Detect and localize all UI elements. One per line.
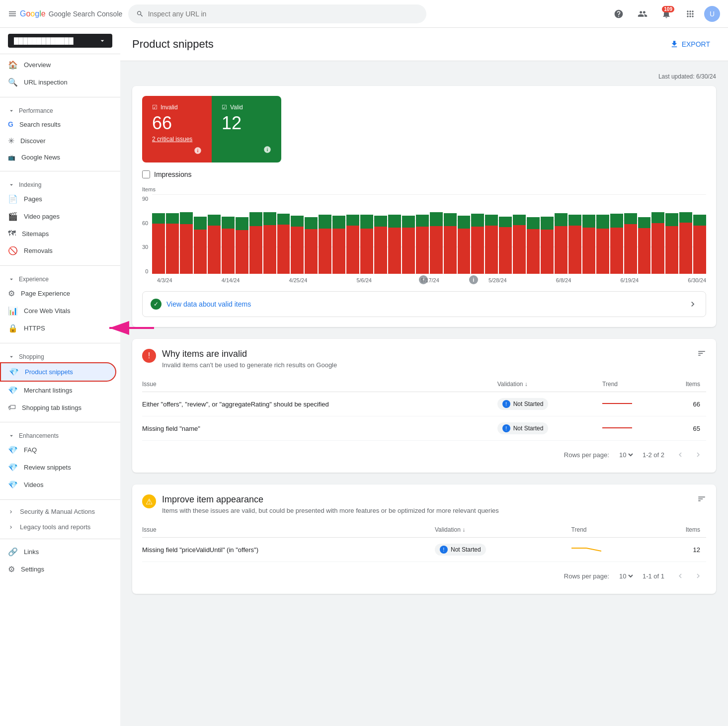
chart-bar-group: [430, 194, 443, 274]
shopping-section-header[interactable]: Shopping: [0, 349, 120, 362]
chevron-down-icon5: [8, 432, 15, 439]
rows-per-page-select[interactable]: 10: [617, 451, 635, 459]
sidebar-item-sitemaps[interactable]: 🗺 Sitemaps: [0, 225, 116, 242]
chart-bar-valid: [388, 215, 401, 228]
chart-bar-group: [582, 194, 595, 274]
sidebar-item-links[interactable]: 🔗 Links: [0, 543, 116, 561]
people-icon[interactable]: [633, 4, 652, 24]
sidebar-item-merchant-listings[interactable]: 💎 Merchant listings: [0, 382, 116, 399]
chart-bar-group: [360, 194, 373, 274]
indexing-section-header[interactable]: Indexing: [0, 177, 120, 190]
impressions-input[interactable]: [142, 170, 150, 178]
improve-issue1-name: Missing field "priceValidUntil" (in "off…: [142, 538, 435, 562]
sidebar-item-core-web-vitals[interactable]: 📊 Core Web Vitals: [0, 302, 116, 320]
removals-label: Removals: [24, 247, 53, 254]
sidebar-item-google-news[interactable]: 📺 Google News: [0, 150, 116, 165]
sidebar-item-shopping-tab[interactable]: 🏷 Shopping tab listings: [0, 399, 116, 416]
improve-prev-button[interactable]: [672, 568, 688, 584]
invalid-issues[interactable]: 2 critical issues: [152, 136, 202, 143]
valid-box[interactable]: ☑ Valid 12: [212, 96, 281, 162]
notifications-icon[interactable]: 109: [656, 4, 676, 24]
filter-icon[interactable]: [697, 349, 706, 360]
chart-bar-invalid: [374, 227, 387, 274]
status-card: ☑ Invalid 66 2 critical issues ☑ Valid: [132, 86, 716, 327]
improve-trend-col: Trend: [571, 522, 657, 538]
chart-bar-invalid: [679, 223, 692, 274]
property-selector[interactable]: █████████████: [0, 28, 120, 54]
sidebar-item-page-experience[interactable]: ⚙ Page Experience: [0, 285, 116, 302]
improve-rows-per-page-select[interactable]: 10: [617, 572, 635, 580]
google-news-label: Google News: [21, 154, 60, 161]
chart-bar-group: [236, 194, 248, 274]
next-page-button[interactable]: [690, 447, 706, 463]
chart-bar-invalid: [346, 226, 359, 274]
chart-bar-group: [638, 194, 651, 274]
sidebar-item-faq[interactable]: 💎 FAQ: [0, 441, 116, 459]
sidebar-item-legacy[interactable]: Legacy tools and reports: [0, 519, 116, 535]
table-row[interactable]: Missing field "name" ! Not Started: [142, 416, 706, 441]
help-icon[interactable]: [609, 4, 629, 24]
sidebar-item-product-snippets[interactable]: 💎 Product snippets: [0, 362, 116, 382]
sidebar-item-settings[interactable]: ⚙ Settings: [0, 561, 116, 578]
sidebar-item-search-results[interactable]: G Search results: [0, 116, 116, 132]
sidebar-item-security[interactable]: Security & Manual Actions: [0, 504, 116, 519]
chart-bar-invalid: [305, 229, 318, 274]
chart-bar-group: [346, 194, 359, 274]
sidebar-item-discover[interactable]: ✳ Discover: [0, 132, 116, 150]
validation-col-header[interactable]: Validation ↓: [497, 377, 602, 392]
filter-icon-2[interactable]: [697, 494, 706, 506]
property-dropdown[interactable]: █████████████: [8, 34, 112, 48]
notification-count: 109: [662, 6, 674, 12]
search-bar[interactable]: [128, 4, 426, 23]
divider-3: [0, 265, 120, 266]
table-row[interactable]: Missing field "priceValidUntil" (in "off…: [142, 538, 706, 562]
invalid-box[interactable]: ☑ Invalid 66 2 critical issues: [142, 96, 212, 162]
improve-issue1-items: 12: [657, 538, 706, 562]
hamburger-icon[interactable]: [8, 9, 17, 18]
chart-bar-invalid: [249, 226, 262, 274]
prev-page-button[interactable]: [672, 447, 688, 463]
enhancements-section-header[interactable]: Enhancements: [0, 428, 120, 441]
sidebar-item-overview[interactable]: 🏠 Overview: [0, 56, 116, 74]
sidebar-item-url-inspection[interactable]: 🔍 URL inspection: [0, 74, 116, 91]
experience-section-header[interactable]: Experience: [0, 272, 120, 285]
chart-bar-valid: [499, 217, 512, 227]
view-valid-items-button[interactable]: ✓ View data about valid items: [142, 291, 706, 317]
sidebar-item-https[interactable]: 🔒 HTTPS: [0, 320, 116, 337]
content-area: Product snippets EXPORT Last updated: 6/…: [120, 28, 728, 726]
enhancements-label: Enhancements: [19, 432, 59, 439]
table-row[interactable]: Either "offers", "review", or "aggregate…: [142, 392, 706, 416]
avatar[interactable]: U: [704, 6, 720, 22]
sidebar-item-review-snippets[interactable]: 💎 Review snippets: [0, 459, 116, 476]
chart-bar-group: [166, 194, 179, 274]
export-button[interactable]: EXPORT: [664, 36, 716, 53]
sidebar-section-performance: Performance G Search results ✳ Discover …: [0, 101, 120, 167]
improve-validation-col[interactable]: Validation ↓: [435, 522, 571, 538]
chart-bar-valid: [624, 213, 637, 224]
badge-icon-1: !: [502, 400, 510, 408]
search-input[interactable]: [148, 10, 419, 18]
sidebar-item-video-pages[interactable]: 🎬 Video pages: [0, 208, 116, 225]
shopping-tab-label: Shopping tab listings: [22, 404, 81, 411]
chart-bar-group: [651, 194, 664, 274]
improve-next-button[interactable]: [690, 568, 706, 584]
experience-icon: ⚙: [8, 289, 15, 298]
apps-icon[interactable]: [680, 4, 700, 24]
sidebar-item-pages[interactable]: 📄 Pages: [0, 190, 116, 208]
sidebar-item-videos[interactable]: 💎 Videos: [0, 476, 116, 493]
x-axis: 4/3/24 4/14/24 4/25/24 5/6/24 5/17/24 5/…: [157, 277, 706, 283]
impressions-checkbox[interactable]: Impressions: [142, 170, 706, 178]
improve-prev-icon: [676, 571, 685, 580]
y-60: 60: [142, 220, 148, 226]
chart-bar-valid: [360, 215, 373, 229]
performance-section-header[interactable]: Performance: [0, 103, 120, 116]
chart-bar-valid: [374, 216, 387, 227]
page-experience-label: Page Experience: [21, 290, 70, 297]
chart-bar-valid: [513, 215, 526, 225]
table-header-row: Issue Validation ↓ Trend Items: [142, 377, 706, 392]
sidebar-item-removals[interactable]: 🚫 Removals: [0, 242, 116, 259]
chart-bar-invalid: [499, 227, 512, 274]
issue2-items: 65: [668, 416, 706, 441]
divider-4: [0, 343, 120, 343]
chart-bar-valid: [638, 217, 651, 228]
